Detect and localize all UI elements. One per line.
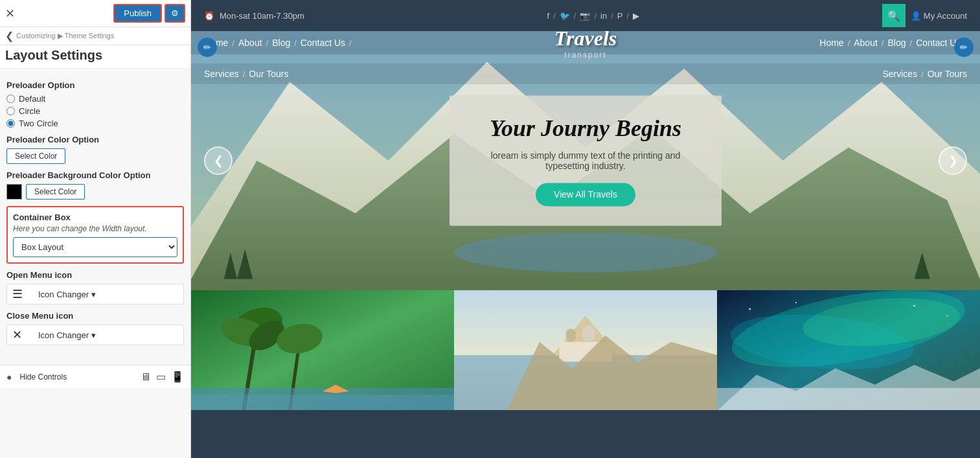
container-box-section: Container Box Here you can change the Wi… [6, 206, 184, 264]
container-box-title: Container Box [13, 212, 177, 222]
svg-point-29 [795, 302, 797, 303]
sep1: / [553, 11, 556, 21]
breadcrumb-bar: ❮ Customizing ▶ Theme Settings [0, 27, 190, 45]
my-account-button[interactable]: 👤 My Account [911, 11, 967, 21]
right-services-link[interactable]: Services [882, 69, 917, 79]
tablet-view-button[interactable]: ▭ [156, 371, 166, 383]
close-menu-label: Close Menu icon [6, 311, 184, 321]
my-account-label: My Account [924, 11, 967, 21]
open-menu-section: Open Menu icon ☰ Icon Changer ▾ [6, 270, 184, 304]
bottom-card-2 [454, 290, 717, 410]
radio-circle-label: Circle [19, 106, 40, 116]
close-button[interactable]: ✕ [5, 8, 15, 19]
radio-two-circle-input[interactable] [6, 119, 15, 128]
services-link[interactable]: Services [204, 69, 239, 79]
preloader-bg-color-title: Preloader Background Color Option [6, 170, 184, 180]
radio-two-circle-label: Two Circle [19, 119, 58, 128]
hero-prev-button[interactable]: ❮ [204, 146, 233, 175]
site-topbar: ⏰ Mon-sat 10am-7.30pm f / 🐦 / 📷 / in / P… [191, 0, 980, 31]
right-panel: ⏰ Mon-sat 10am-7.30pm f / 🐦 / 📷 / in / P… [191, 0, 980, 458]
chevron-down-icon: ▾ [91, 290, 96, 299]
circle-icon: ● [6, 372, 12, 382]
svg-rect-15 [191, 395, 454, 410]
nav-about[interactable]: About [238, 38, 262, 48]
search-button[interactable]: 🔍 [882, 4, 906, 27]
gear-button[interactable]: ⚙ [165, 4, 185, 23]
hero-cta-button[interactable]: View All Travels [536, 183, 635, 207]
radio-circle[interactable]: Circle [6, 106, 184, 116]
brand-sub: transport [554, 51, 617, 60]
radio-default-input[interactable] [6, 95, 15, 103]
sep3: / [594, 11, 597, 21]
twitter-icon[interactable]: 🐦 [560, 11, 570, 21]
close-menu-section: Close Menu icon ✕ Icon Changer ▾ [6, 311, 184, 345]
hero-background: ✏ ✏ Home / About / Blog / Contact Us / T… [191, 31, 980, 290]
close-chevron-down-icon: ▾ [91, 330, 96, 340]
top-bar-left: ✕ [5, 8, 15, 19]
hide-controls-button[interactable]: Hide Controls [19, 372, 67, 382]
color-swatch [6, 184, 22, 200]
our-tours-link[interactable]: Our Tours [249, 69, 288, 79]
select-bg-color-button[interactable]: Select Color [26, 184, 85, 200]
bottom-card-3 [717, 290, 980, 410]
card2-svg [454, 290, 717, 410]
right-services: Services / Our Tours [882, 69, 967, 79]
radio-circle-input[interactable] [6, 107, 15, 115]
preloader-section-title: Preloader Option [6, 80, 184, 90]
box-layout-select[interactable]: Box Layout Full Width Layout [13, 237, 177, 257]
youtube-icon[interactable]: ▶ [633, 11, 639, 21]
card3-svg [717, 290, 980, 410]
brand-center: Travels transport [554, 31, 617, 60]
back-button[interactable]: ❮ [5, 30, 14, 42]
panel-content: Preloader Option Default Circle Two Circ… [0, 69, 190, 365]
open-menu-label: Open Menu icon [6, 270, 184, 280]
svg-marker-23 [507, 336, 717, 410]
radio-default[interactable]: Default [6, 94, 184, 104]
panel-scroll[interactable]: Preloader Option Default Circle Two Circ… [0, 69, 190, 365]
pinterest-icon[interactable]: P [617, 11, 623, 21]
services-bar: Services / Our Tours Services / Our Tour… [191, 63, 980, 84]
hero-next-button[interactable]: ❯ [939, 146, 967, 175]
publish-area: Publish ⚙ [113, 4, 185, 23]
left-panel: ✕ Publish ⚙ ❮ Customizing ▶ Theme Settin… [0, 0, 191, 458]
select-color-button[interactable]: Select Color [6, 148, 65, 164]
right-nav-home[interactable]: Home [819, 38, 843, 48]
bottom-cards [191, 290, 980, 410]
svg-point-28 [749, 308, 751, 310]
nav-sep-2: / [266, 38, 269, 48]
hero-description: loream is simply dummy text of the print… [475, 151, 696, 172]
svg-point-30 [913, 304, 915, 306]
mobile-view-button[interactable]: 📱 [171, 371, 184, 383]
bottom-icons: 🖥 ▭ 📱 [141, 371, 184, 383]
edit-pencil-right[interactable]: ✏ [954, 38, 974, 57]
hamburger-icon: ☰ [12, 287, 32, 301]
hide-controls-label: Hide Controls [19, 372, 67, 382]
linkedin-icon[interactable]: in [600, 11, 607, 21]
edit-pencil-left[interactable]: ✏ [198, 38, 217, 57]
schedule-text: Mon-sat 10am-7.30pm [220, 11, 304, 21]
svg-point-3 [454, 233, 717, 273]
open-icon-changer-button[interactable]: Icon Changer ▾ [38, 290, 96, 299]
right-nav-blog[interactable]: Blog [887, 38, 906, 48]
hero-card: Your Journy Begins loream is simply dumm… [450, 95, 722, 225]
close-icon-changer-button[interactable]: Icon Changer ▾ [38, 330, 96, 340]
publish-button[interactable]: Publish [113, 4, 162, 23]
right-tours-link[interactable]: Our Tours [928, 69, 967, 79]
account-icon: 👤 [911, 11, 921, 21]
facebook-icon[interactable]: f [547, 11, 550, 21]
nav-contact[interactable]: Contact Us [301, 38, 345, 48]
instagram-icon[interactable]: 📷 [580, 11, 590, 21]
bottom-card-1 [191, 290, 454, 410]
close-icon-changer-label: Icon Changer [38, 330, 89, 340]
bottom-bar: ● Hide Controls 🖥 ▭ 📱 [0, 365, 190, 388]
hero-navbar: Home / About / Blog / Contact Us / Trave… [191, 31, 980, 54]
sep2: / [574, 11, 576, 21]
svg-rect-21 [566, 329, 576, 342]
nav-blog[interactable]: Blog [272, 38, 290, 48]
svg-rect-22 [582, 325, 595, 341]
preloader-color-section: Preloader Color Option Select Color [6, 135, 184, 164]
desktop-view-button[interactable]: 🖥 [141, 371, 151, 383]
nav-sep-1: / [232, 38, 234, 48]
right-nav-about[interactable]: About [854, 38, 878, 48]
radio-two-circle[interactable]: Two Circle [6, 119, 184, 128]
